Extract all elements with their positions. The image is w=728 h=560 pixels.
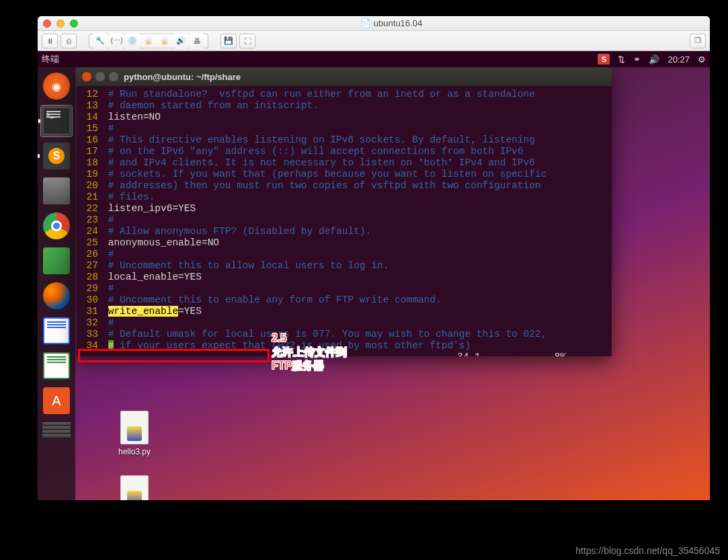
hdd1-icon[interactable]: 🔒	[140, 34, 157, 48]
hdd2-icon[interactable]: 🔒	[157, 34, 173, 48]
vm-controls-group: 🔧 ⟨⋯⟩ 💿 🔒 🔒 🔊 🖶	[89, 34, 208, 48]
save-icon[interactable]: 💾	[220, 34, 237, 48]
launcher-files[interactable]	[40, 175, 73, 207]
terminal-window-buttons	[82, 72, 118, 81]
launcher-software[interactable]: A	[40, 385, 73, 417]
unity-launcher: ◉ >_ S A	[38, 67, 75, 500]
window-title: 📄 ubuntu16.04	[78, 18, 704, 28]
vm-toolbar: ⏸ ⎙ 🔧 ⟨⋯⟩ 💿 🔒 🔒 🔊 🖶 💾 ⛶ ❐	[38, 31, 710, 51]
sublime-icon: S	[43, 143, 70, 169]
fullscreen-toggle-icon[interactable]: ⛶	[239, 34, 255, 48]
clock[interactable]: 20:27	[668, 54, 690, 65]
desktop-icons: hello3.py hello4.py	[118, 411, 151, 500]
settings-icon[interactable]: 🔧	[92, 34, 108, 48]
vm-title-text: ubuntu16.04	[374, 18, 422, 28]
terminal-title-text: python@ubuntu: ~/ftp/share	[124, 72, 241, 82]
stack-icon	[42, 422, 71, 444]
launcher-sublime[interactable]: S	[40, 140, 73, 172]
printer-icon[interactable]: 🖶	[189, 34, 205, 48]
indicator-area: S ⇅ ⚭ 🔊 20:27 ⚙	[598, 54, 706, 65]
annotation-line1: 允许上传文件到	[272, 346, 347, 360]
vm-icon: 📄	[360, 18, 371, 28]
term-min-icon[interactable]	[95, 72, 105, 81]
ime-indicator-icon[interactable]: S	[598, 54, 610, 65]
chrome-icon	[43, 212, 70, 239]
launcher-terminal[interactable]: >_	[40, 105, 73, 137]
annotation-step: 2.5	[272, 332, 286, 344]
mac-titlebar: 📄 ubuntu16.04	[38, 16, 710, 31]
minimize-button[interactable]	[56, 19, 65, 28]
term-max-icon[interactable]	[109, 72, 118, 81]
term-close-icon[interactable]	[82, 72, 91, 81]
software-icon: A	[43, 387, 70, 414]
terminal-body[interactable]: 12 # Run standalone? vsftpd can run eith…	[77, 86, 612, 356]
volume-icon[interactable]: 🔊	[649, 54, 659, 65]
annotation-line2: FTP服务器	[272, 359, 324, 373]
launcher-book[interactable]	[40, 245, 73, 277]
network-icon[interactable]: ⟨⋯⟩	[108, 34, 124, 48]
ubuntu-icon: ◉	[43, 73, 70, 99]
calc-icon	[43, 352, 70, 379]
files-icon	[43, 177, 70, 204]
top-panel: 终端 S ⇅ ⚭ 🔊 20:27 ⚙	[38, 51, 710, 67]
firefox-icon	[43, 282, 70, 309]
sound-icon[interactable]: 🔊	[173, 34, 189, 48]
launcher-stack[interactable]	[40, 419, 73, 446]
ubuntu-desktop: 终端 S ⇅ ⚭ 🔊 20:27 ⚙ ◉ >_ S A hello3.p	[38, 51, 710, 500]
launcher-chrome[interactable]	[40, 210, 73, 242]
terminal-window[interactable]: python@ubuntu: ~/ftp/share 12 # Run stan…	[77, 67, 612, 356]
python-file-icon	[120, 411, 149, 444]
desktop-file-1[interactable]: hello3.py	[118, 411, 151, 456]
python-file-icon	[120, 475, 149, 500]
dash-home[interactable]: ◉	[40, 70, 73, 102]
close-button[interactable]	[43, 19, 51, 28]
launcher-writer[interactable]	[40, 315, 73, 347]
pause-button[interactable]: ⏸	[42, 34, 58, 48]
bluetooth-icon[interactable]: ⚭	[633, 54, 641, 65]
network-indicator-icon[interactable]: ⇅	[618, 54, 625, 65]
maximize-button[interactable]	[70, 19, 78, 28]
fullscreen-icon[interactable]: ❐	[690, 34, 706, 48]
watermark: https://blog.csdn.net/qq_35456045	[575, 545, 720, 556]
book-icon	[43, 247, 70, 274]
terminal-titlebar: python@ubuntu: ~/ftp/share	[77, 67, 612, 86]
traffic-lights	[43, 19, 78, 28]
disk-icon[interactable]: 💿	[124, 34, 140, 48]
gear-icon[interactable]: ⚙	[698, 54, 706, 65]
writer-icon	[43, 317, 70, 344]
desktop-file-2[interactable]: hello4.py	[118, 475, 151, 500]
snapshot-button[interactable]: ⎙	[60, 34, 77, 48]
active-app-label: 终端	[42, 53, 59, 65]
launcher-calc[interactable]	[40, 350, 73, 382]
terminal-icon: >_	[43, 108, 70, 134]
file-label: hello3.py	[118, 447, 151, 456]
launcher-firefox[interactable]	[40, 280, 73, 312]
vm-window: 📄 ubuntu16.04 ⏸ ⎙ 🔧 ⟨⋯⟩ 💿 🔒 🔒 🔊 🖶 💾 ⛶ ❐ …	[38, 16, 710, 500]
